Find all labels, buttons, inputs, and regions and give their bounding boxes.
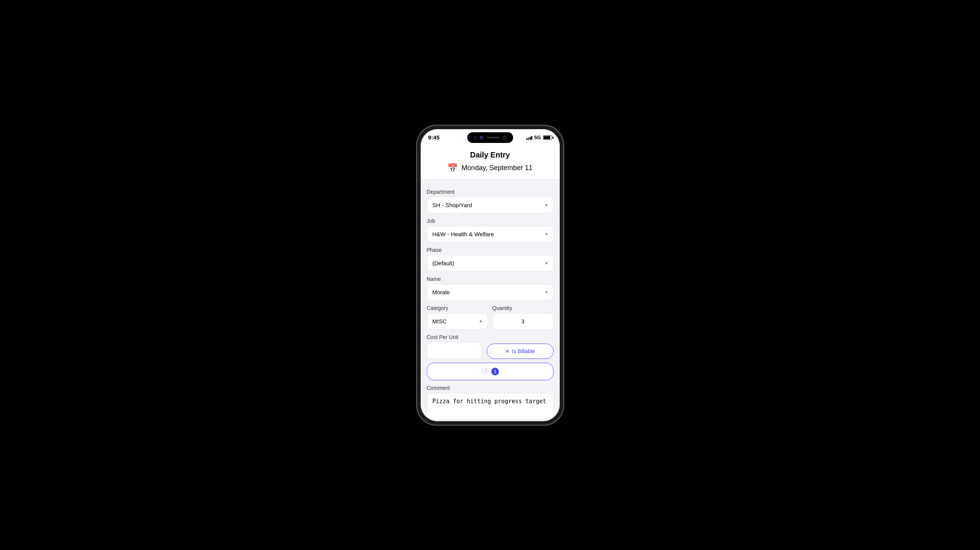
network-type: 5G [534, 135, 541, 140]
battery-fill [544, 136, 550, 139]
phone-screen: 9:45 5G [421, 129, 560, 421]
notch [467, 132, 513, 143]
chevron-down-icon: ▾ [545, 289, 548, 295]
cost-per-unit-input[interactable] [427, 342, 482, 359]
category-label: Category [427, 305, 488, 311]
chevron-down-icon: ▾ [545, 202, 548, 208]
notch-camera [479, 136, 483, 140]
category-quantity-row: Category MISC ▾ Quantity 3 [427, 300, 554, 329]
attachment-count-badge: 1 [491, 368, 499, 375]
status-right: 5G [526, 135, 552, 140]
date-display: Monday, September 11 [462, 164, 533, 172]
phase-value: (Default) [432, 260, 455, 266]
job-label: Job [427, 218, 554, 224]
department-label: Department [427, 189, 554, 195]
cost-billable-row: ✕ Is Billable [427, 342, 554, 359]
department-value: SH - Shop/Yard [432, 202, 472, 208]
job-value: H&W - Health & Welfare [432, 231, 494, 237]
notch-line [486, 137, 500, 138]
category-select[interactable]: MISC ▾ [427, 313, 488, 329]
attachment-file-icon: 📄 [481, 368, 488, 375]
is-billable-button[interactable]: ✕ Is Billable [487, 344, 554, 359]
chevron-down-icon: ▾ [479, 318, 482, 324]
quantity-field-wrap: Quantity 3 [492, 300, 554, 329]
quantity-input[interactable]: 3 [492, 313, 554, 329]
page-title: Daily Entry [427, 151, 554, 159]
page-header: Daily Entry 📅 Monday, September 11 [421, 146, 560, 180]
quantity-label: Quantity [492, 305, 554, 311]
status-time: 9:45 [428, 134, 440, 141]
comment-textarea[interactable]: Pizza for hitting progress target [427, 393, 554, 420]
calendar-icon: 📅 [447, 163, 458, 173]
notch-circle [502, 136, 506, 140]
category-field-wrap: Category MISC ▾ [427, 300, 488, 329]
form-section: Department SH - Shop/Yard ▾ Job H&W - He… [421, 180, 560, 421]
phase-label: Phase [427, 247, 554, 253]
cost-per-unit-wrap [427, 342, 482, 359]
phase-select[interactable]: (Default) ▾ [427, 255, 554, 271]
phone-device: 9:45 5G [418, 126, 563, 424]
comment-label: Comment [427, 385, 554, 391]
chevron-down-icon: ▾ [545, 260, 548, 266]
name-select[interactable]: Morale ▾ [427, 284, 554, 300]
battery-icon [543, 135, 552, 140]
department-select[interactable]: SH - Shop/Yard ▾ [427, 197, 554, 213]
status-bar: 9:45 5G [421, 129, 560, 146]
is-billable-label: Is Billable [512, 348, 535, 354]
content-area: Daily Entry 📅 Monday, September 11 Depar… [421, 146, 560, 421]
attachment-button[interactable]: 📄 1 [427, 363, 554, 380]
notch-dot-left [474, 136, 477, 139]
name-value: Morale [432, 289, 450, 295]
category-value: MISC [432, 318, 447, 324]
billable-x-icon: ✕ [505, 348, 510, 354]
name-label: Name [427, 276, 554, 282]
cost-per-unit-label: Cost Per Unit [427, 334, 554, 340]
signal-bars-icon [526, 135, 533, 140]
job-select[interactable]: H&W - Health & Welfare ▾ [427, 226, 554, 242]
date-row: 📅 Monday, September 11 [427, 163, 554, 173]
chevron-down-icon: ▾ [545, 231, 548, 237]
